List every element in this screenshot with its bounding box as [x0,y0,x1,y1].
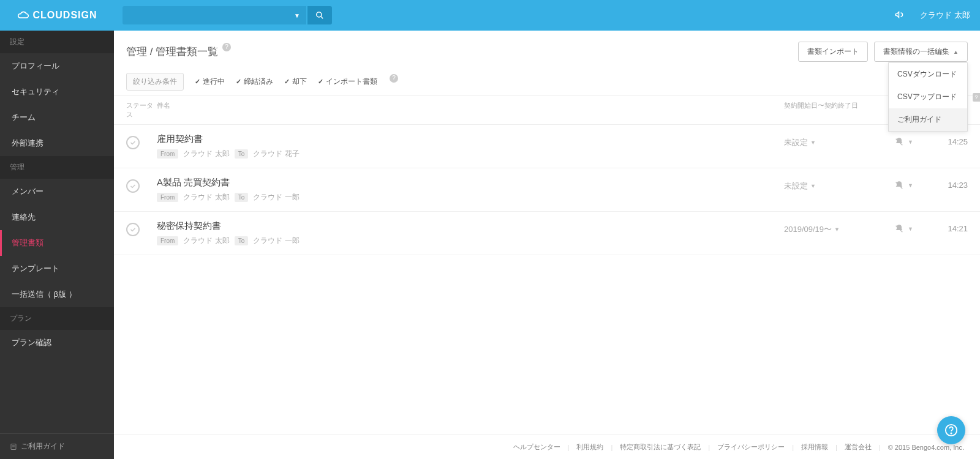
search-icon [315,11,324,20]
user-name[interactable]: クラウド 太郎 [920,10,970,21]
search-wrap: ▼ [123,6,332,24]
search-input[interactable]: ▼ [123,6,306,24]
brand-text: CLOUDSIGN [33,10,97,21]
cloud-icon [17,10,29,20]
brand-logo[interactable]: CLOUDSIGN [0,0,114,31]
svg-line-1 [321,17,323,19]
svg-point-0 [317,12,322,17]
announcement-icon[interactable] [894,9,905,22]
header-right: クラウド 太郎 [894,9,970,22]
app-header: CLOUDSIGN ▼ クラウド 太郎 [0,0,980,31]
search-button[interactable] [307,6,332,24]
chevron-down-icon: ▼ [294,12,300,19]
